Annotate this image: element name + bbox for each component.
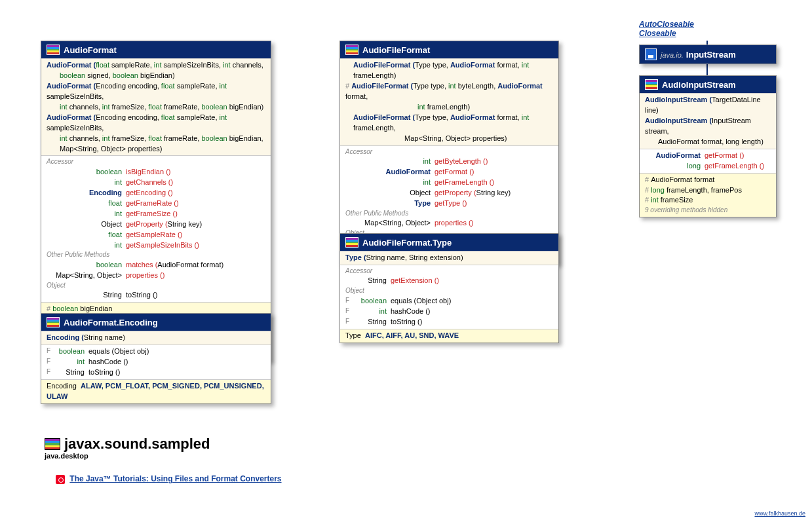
- constructors: Type (String name, String extension): [340, 251, 558, 265]
- class-encoding: AudioFormat.Encoding Encoding (String na…: [41, 313, 271, 404]
- class-header: AudioInputStream: [640, 76, 776, 93]
- class-header: AudioFormat: [41, 41, 271, 58]
- constructors: AudioInputStream (TargetDataLine line) A…: [640, 93, 776, 149]
- fields: #AudioFormat format #long frameLength, f…: [640, 173, 776, 217]
- package-icon: [45, 438, 60, 450]
- disk-icon: [645, 48, 657, 60]
- methods: Fbooleanequals (Object obj) FinthashCode…: [41, 345, 271, 379]
- tutorial-link[interactable]: The Java™ Tutorials: Using Files and For…: [56, 474, 282, 484]
- class-audiofileformat: AudioFileFormat AudioFileFormat (Type ty…: [339, 41, 559, 265]
- methods: Accessor booleanisBigEndian () intgetCha…: [41, 155, 271, 302]
- oracle-icon: [56, 475, 65, 484]
- module-name: java.desktop: [45, 452, 88, 460]
- footer-link[interactable]: www.falkhausen.de: [754, 510, 805, 517]
- class-header: AudioFileFormat: [340, 41, 558, 58]
- class-header: AudioFileFormat.Type: [340, 234, 558, 251]
- methods: AudioFormatgetFormat () longgetFrameLeng…: [640, 149, 776, 173]
- class-icon: [345, 45, 358, 55]
- class-type: AudioFileFormat.Type Type (String name, …: [339, 233, 559, 343]
- closeable-link[interactable]: Closeable: [639, 29, 694, 38]
- class-header: AudioFormat.Encoding: [41, 314, 271, 331]
- class-icon: [645, 79, 658, 90]
- interface-links: AutoCloseable Closeable: [639, 20, 694, 38]
- constructors: Encoding (String name): [41, 331, 271, 345]
- autocloseable-link[interactable]: AutoCloseable: [639, 20, 694, 29]
- constructors: AudioFileFormat (Type type, AudioFormat …: [340, 58, 558, 145]
- class-header: java.io.InputStream: [640, 45, 776, 64]
- package-title: javax.sound.sampled: [45, 436, 210, 453]
- methods: Accessor StringgetExtension () Object Fb…: [340, 265, 558, 329]
- constants: Type AIFC, AIFF, AU, SND, WAVE: [340, 329, 558, 343]
- class-audioinputstream: AudioInputStream AudioInputStream (Targe…: [639, 75, 777, 217]
- constants: Encoding ALAW, PCM_FLOAT, PCM_SIGNED, PC…: [41, 379, 271, 403]
- class-icon: [345, 237, 358, 248]
- constructors: AudioFormat (float sampleRate, int sampl…: [41, 58, 271, 155]
- class-icon: [47, 45, 60, 55]
- class-icon: [47, 317, 60, 327]
- class-inputstream: java.io.InputStream: [639, 45, 777, 64]
